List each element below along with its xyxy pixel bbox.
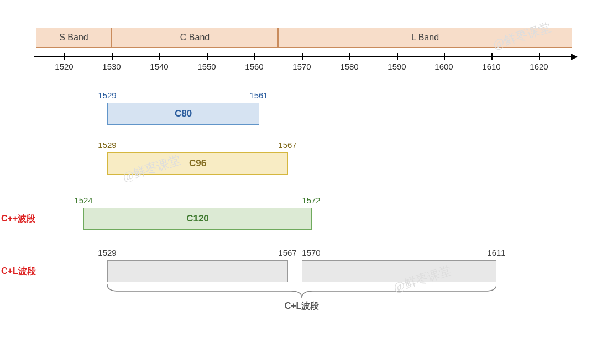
tick-label: 1560 — [245, 62, 263, 71]
c96-end-label: 1567 — [278, 140, 296, 150]
c120-start-label: 1524 — [74, 196, 92, 205]
band-c: C Band — [112, 28, 278, 48]
band-l: L Band — [278, 28, 572, 48]
tick-label: 1580 — [340, 62, 358, 71]
c120-bar: C120 — [83, 208, 312, 230]
cl-seg2-bar — [302, 260, 496, 282]
c80-bar: C80 — [107, 103, 259, 125]
c96-start-label: 1529 — [98, 140, 116, 150]
tick-label: 1610 — [482, 62, 500, 71]
c120-end-label: 1572 — [302, 196, 320, 205]
c96-bar: C96 — [107, 152, 288, 175]
band-s: S Band — [36, 28, 112, 48]
cl-side-label: C+L波段 — [1, 266, 36, 277]
brace-icon — [107, 284, 496, 300]
cl-seg2-end-label: 1611 — [487, 248, 505, 257]
tick-label: 1520 — [55, 62, 73, 71]
wavelength-axis: 1520 1530 1540 1550 1560 1570 1580 1590 … — [36, 52, 572, 74]
tick-label: 1590 — [387, 62, 406, 71]
tick-label: 1600 — [434, 62, 453, 71]
c80-start-label: 1529 — [98, 91, 116, 100]
brace-label: C+L波段 — [285, 300, 320, 312]
cl-seg1-start-label: 1529 — [98, 248, 116, 257]
tick-label: 1540 — [150, 62, 168, 71]
cl-seg1-bar — [107, 260, 288, 282]
cpp-side-label: C++波段 — [1, 213, 35, 225]
cl-seg1-end-label: 1567 — [278, 248, 296, 257]
tick-label: 1620 — [530, 62, 548, 71]
axis-line — [34, 56, 574, 57]
tick-label: 1530 — [102, 62, 121, 71]
cl-seg2-start-label: 1570 — [302, 248, 320, 257]
band-header: S Band C Band L Band — [36, 28, 572, 48]
c80-end-label: 1561 — [249, 91, 268, 100]
tick-label: 1570 — [292, 62, 311, 71]
tick-label: 1550 — [197, 62, 216, 71]
axis-arrow-icon — [571, 54, 578, 60]
